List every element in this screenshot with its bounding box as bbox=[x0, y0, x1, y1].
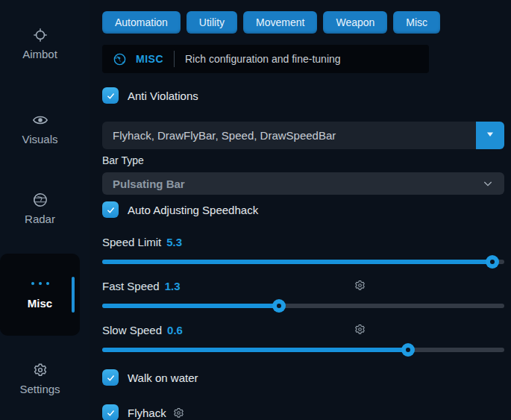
gear-icon bbox=[32, 362, 48, 378]
slider-speed-limit: Speed Limit 5.3 bbox=[102, 234, 504, 269]
slider-track[interactable] bbox=[102, 255, 504, 269]
slider-label-row: Slow Speed 0.6 bbox=[102, 322, 504, 337]
checkbox-checked-icon[interactable] bbox=[102, 404, 119, 420]
tab-weapon[interactable]: Weapon bbox=[323, 11, 387, 34]
section-subtitle: Rich configuration and fine-tuning bbox=[185, 53, 341, 65]
tab-automation[interactable]: Automation bbox=[102, 11, 181, 34]
slider-thumb[interactable] bbox=[272, 299, 286, 313]
gear-icon[interactable] bbox=[354, 323, 366, 336]
tab-utility[interactable]: Utility bbox=[186, 11, 237, 34]
slider-fill bbox=[102, 348, 408, 352]
sidebar-item-label: Radar bbox=[25, 213, 55, 225]
toggle-label: Flyhack bbox=[128, 407, 166, 419]
auto-adjusting-speedhack-toggle[interactable]: Auto Adjusting Speedhack bbox=[102, 201, 504, 219]
sidebar-item-aimbot[interactable]: Aimbot bbox=[0, 27, 80, 60]
slider-value: 1.3 bbox=[165, 280, 181, 292]
toggle-label: Anti Violations bbox=[128, 90, 198, 102]
slider-track[interactable] bbox=[102, 343, 504, 357]
crosshair-icon bbox=[32, 27, 48, 43]
slider-fill bbox=[102, 260, 492, 264]
sidebar-item-label: Settings bbox=[19, 383, 60, 395]
slider-track[interactable] bbox=[102, 299, 504, 313]
sidebar-item-visuals[interactable]: Visuals bbox=[0, 112, 80, 145]
slider-label-row: Speed Limit 5.3 bbox=[102, 234, 504, 249]
bar-multiselect-value: Flyhack, DrawFlyBar, Speed, DrawSpeedBar bbox=[102, 129, 336, 142]
divider bbox=[174, 51, 175, 67]
globe-icon bbox=[113, 52, 127, 66]
section-header: MISC Rich configuration and fine-tuning bbox=[102, 45, 429, 73]
tab-movement[interactable]: Movement bbox=[243, 11, 317, 34]
sidebar-item-label: Misc bbox=[0, 297, 80, 310]
slider-thumb[interactable] bbox=[486, 255, 499, 269]
toggle-label: Auto Adjusting Speedhack bbox=[128, 204, 258, 216]
gear-icon[interactable] bbox=[172, 407, 185, 419]
walk-on-water-toggle[interactable]: Walk on water bbox=[102, 369, 504, 386]
eye-icon bbox=[32, 112, 48, 128]
bar-multiselect-dropdown-button[interactable] bbox=[476, 122, 504, 149]
slider-thumb[interactable] bbox=[401, 343, 415, 357]
tab-misc[interactable]: Misc bbox=[393, 11, 440, 34]
slider-fill bbox=[102, 304, 279, 308]
flyhack-toggle[interactable]: Flyhack bbox=[102, 404, 504, 420]
sidebar-item-label: Aimbot bbox=[22, 48, 57, 60]
ellipsis-icon bbox=[0, 276, 80, 289]
gear-icon[interactable] bbox=[354, 279, 366, 292]
slider-label-row: Fast Speed 1.3 bbox=[102, 278, 504, 293]
sidebar: Aimbot Visuals Radar Misc bbox=[0, 0, 90, 420]
checkbox-checked-icon[interactable] bbox=[102, 369, 119, 386]
bar-type-label: Bar Type bbox=[102, 154, 504, 166]
bar-multiselect[interactable]: Flyhack, DrawFlyBar, Speed, DrawSpeedBar bbox=[102, 122, 504, 149]
slider-fast-speed: Fast Speed 1.3 bbox=[102, 278, 504, 313]
slider-label: Slow Speed bbox=[102, 324, 162, 336]
sidebar-item-misc[interactable]: Misc bbox=[0, 254, 80, 336]
bar-type-select[interactable]: Pulsating Bar bbox=[102, 172, 504, 195]
slider-value: 0.6 bbox=[167, 324, 183, 336]
slider-value: 5.3 bbox=[166, 236, 182, 248]
main-content: Automation Utility Movement Weapon Misc … bbox=[102, 0, 504, 420]
anti-violations-toggle[interactable]: Anti Violations bbox=[102, 87, 504, 104]
slider-label: Speed Limit bbox=[102, 236, 161, 248]
sidebar-item-settings[interactable]: Settings bbox=[0, 362, 80, 395]
slider-slow-speed: Slow Speed 0.6 bbox=[102, 322, 504, 357]
globe-icon bbox=[32, 192, 48, 208]
slider-label: Fast Speed bbox=[102, 280, 160, 292]
toggle-label: Walk on water bbox=[128, 372, 198, 384]
checkbox-checked-icon[interactable] bbox=[102, 87, 119, 104]
section-title: MISC bbox=[136, 53, 163, 65]
sidebar-item-radar[interactable]: Radar bbox=[0, 192, 80, 225]
tab-bar: Automation Utility Movement Weapon Misc bbox=[102, 11, 504, 34]
chevron-down-icon bbox=[482, 178, 494, 189]
active-indicator-bar bbox=[72, 277, 75, 313]
sidebar-item-label: Visuals bbox=[22, 133, 57, 145]
checkbox-checked-icon[interactable] bbox=[102, 201, 119, 218]
bar-type-value: Pulsating Bar bbox=[102, 178, 185, 190]
triangle-down-icon bbox=[485, 129, 495, 142]
